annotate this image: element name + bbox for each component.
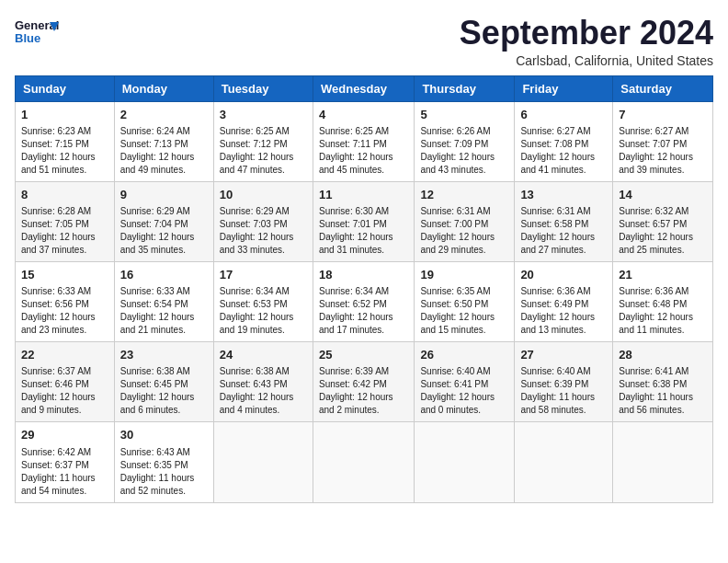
calendar-cell: 16Sunrise: 6:33 AMSunset: 6:54 PMDayligh… xyxy=(114,261,213,341)
day-info-line: Sunrise: 6:25 AM xyxy=(319,125,408,138)
day-info-line: Sunset: 7:09 PM xyxy=(420,138,508,151)
day-info-line: Sunrise: 6:29 AM xyxy=(220,205,307,218)
calendar-cell: 8Sunrise: 6:28 AMSunset: 7:05 PMDaylight… xyxy=(16,181,115,261)
day-number: 30 xyxy=(120,427,208,443)
page-header: General Blue September 2024 Carlsbad, Ca… xyxy=(15,15,713,68)
day-info-line: Daylight: 11 hours xyxy=(120,472,208,485)
day-info-line: Sunset: 6:38 PM xyxy=(619,378,707,391)
calendar-cell: 30Sunrise: 6:43 AMSunset: 6:35 PMDayligh… xyxy=(114,422,213,502)
day-info-line: Daylight: 12 hours xyxy=(120,231,208,244)
calendar-cell xyxy=(415,422,515,502)
day-info-line: and 37 minutes. xyxy=(21,244,108,257)
day-info-line: and 17 minutes. xyxy=(319,324,408,337)
calendar-week-row: 8Sunrise: 6:28 AMSunset: 7:05 PMDaylight… xyxy=(16,181,713,261)
day-number: 19 xyxy=(420,267,508,283)
day-info-line: Daylight: 12 hours xyxy=(319,391,408,404)
day-info-line: Sunset: 7:04 PM xyxy=(120,218,208,231)
day-info-line: Sunset: 6:58 PM xyxy=(520,218,607,231)
day-info-line: and 23 minutes. xyxy=(21,324,108,337)
calendar-cell xyxy=(613,422,713,502)
calendar-cell: 20Sunrise: 6:36 AMSunset: 6:49 PMDayligh… xyxy=(515,261,613,341)
day-number: 12 xyxy=(420,187,508,203)
day-info-line: and 2 minutes. xyxy=(319,404,408,417)
calendar-cell: 29Sunrise: 6:42 AMSunset: 6:37 PMDayligh… xyxy=(16,422,115,502)
day-number: 25 xyxy=(319,347,408,363)
calendar-week-row: 15Sunrise: 6:33 AMSunset: 6:56 PMDayligh… xyxy=(16,261,713,341)
logo-icon: General Blue xyxy=(15,15,59,48)
day-info-line: Sunrise: 6:36 AM xyxy=(619,285,707,298)
calendar-cell xyxy=(313,422,414,502)
day-info-line: Sunset: 6:39 PM xyxy=(520,378,607,391)
day-info-line: Sunrise: 6:32 AM xyxy=(619,205,707,218)
day-info-line: and 25 minutes. xyxy=(619,244,707,257)
calendar-cell: 23Sunrise: 6:38 AMSunset: 6:45 PMDayligh… xyxy=(114,342,213,422)
location: Carlsbad, California, United States xyxy=(460,53,713,68)
day-info-line: Daylight: 12 hours xyxy=(220,151,307,164)
calendar-cell: 6Sunrise: 6:27 AMSunset: 7:08 PMDaylight… xyxy=(515,101,613,181)
day-info-line: and 27 minutes. xyxy=(520,244,607,257)
day-info-line: and 39 minutes. xyxy=(619,164,707,177)
day-number: 2 xyxy=(120,107,208,123)
day-info-line: Sunrise: 6:31 AM xyxy=(520,205,607,218)
day-number: 1 xyxy=(21,107,108,123)
day-info-line: and 43 minutes. xyxy=(420,164,508,177)
day-info-line: and 19 minutes. xyxy=(220,324,307,337)
day-info-line: and 49 minutes. xyxy=(120,164,208,177)
calendar-cell: 18Sunrise: 6:34 AMSunset: 6:52 PMDayligh… xyxy=(313,261,414,341)
day-info-line: Sunset: 6:35 PM xyxy=(120,459,208,472)
day-info-line: and 56 minutes. xyxy=(619,404,707,417)
calendar-header-row: SundayMondayTuesdayWednesdayThursdayFrid… xyxy=(16,75,713,101)
day-info-line: Sunset: 6:50 PM xyxy=(420,298,508,311)
day-info-line: Sunrise: 6:29 AM xyxy=(120,205,208,218)
day-info-line: Sunrise: 6:35 AM xyxy=(420,285,508,298)
day-info-line: Sunrise: 6:38 AM xyxy=(220,365,307,378)
day-info-line: Sunset: 7:15 PM xyxy=(21,138,108,151)
logo: General Blue xyxy=(15,15,59,48)
day-number: 5 xyxy=(420,107,508,123)
calendar-cell: 14Sunrise: 6:32 AMSunset: 6:57 PMDayligh… xyxy=(613,181,713,261)
svg-text:Blue: Blue xyxy=(15,31,40,45)
day-info-line: Daylight: 12 hours xyxy=(220,391,307,404)
day-info-line: Daylight: 12 hours xyxy=(619,231,707,244)
day-info-line: Sunset: 7:07 PM xyxy=(619,138,707,151)
calendar-cell: 1Sunrise: 6:23 AMSunset: 7:15 PMDaylight… xyxy=(16,101,115,181)
day-info-line: Sunrise: 6:31 AM xyxy=(420,205,508,218)
day-info-line: Daylight: 12 hours xyxy=(120,151,208,164)
day-info-line: Daylight: 12 hours xyxy=(619,311,707,324)
day-info-line: Sunrise: 6:43 AM xyxy=(120,446,208,459)
day-number: 4 xyxy=(319,107,408,123)
day-info-line: Sunset: 6:42 PM xyxy=(319,378,408,391)
calendar-cell: 4Sunrise: 6:25 AMSunset: 7:11 PMDaylight… xyxy=(313,101,414,181)
day-info-line: Sunset: 7:00 PM xyxy=(420,218,508,231)
day-info-line: and 41 minutes. xyxy=(520,164,607,177)
day-info-line: Sunrise: 6:30 AM xyxy=(319,205,408,218)
column-header-friday: Friday xyxy=(515,75,613,101)
day-info-line: Sunset: 7:11 PM xyxy=(319,138,408,151)
day-info-line: Daylight: 12 hours xyxy=(21,391,108,404)
day-info-line: and 51 minutes. xyxy=(21,164,108,177)
day-info-line: Sunset: 7:08 PM xyxy=(520,138,607,151)
day-info-line: Sunset: 6:43 PM xyxy=(220,378,307,391)
day-number: 22 xyxy=(21,347,108,363)
day-number: 6 xyxy=(520,107,607,123)
day-info-line: Daylight: 12 hours xyxy=(420,151,508,164)
column-header-tuesday: Tuesday xyxy=(213,75,313,101)
calendar-cell: 22Sunrise: 6:37 AMSunset: 6:46 PMDayligh… xyxy=(16,342,115,422)
calendar-week-row: 22Sunrise: 6:37 AMSunset: 6:46 PMDayligh… xyxy=(16,342,713,422)
day-info-line: Daylight: 12 hours xyxy=(120,311,208,324)
calendar-table: SundayMondayTuesdayWednesdayThursdayFrid… xyxy=(15,75,713,503)
day-info-line: Sunset: 6:52 PM xyxy=(319,298,408,311)
day-info-line: Daylight: 12 hours xyxy=(21,311,108,324)
calendar-cell: 21Sunrise: 6:36 AMSunset: 6:48 PMDayligh… xyxy=(613,261,713,341)
day-number: 8 xyxy=(21,187,108,203)
day-number: 24 xyxy=(220,347,307,363)
day-info-line: Sunrise: 6:28 AM xyxy=(21,205,108,218)
day-info-line: Sunset: 6:53 PM xyxy=(220,298,307,311)
calendar-cell: 10Sunrise: 6:29 AMSunset: 7:03 PMDayligh… xyxy=(213,181,313,261)
day-number: 10 xyxy=(220,187,307,203)
day-info-line: and 33 minutes. xyxy=(220,244,307,257)
day-info-line: Sunrise: 6:34 AM xyxy=(319,285,408,298)
calendar-cell: 15Sunrise: 6:33 AMSunset: 6:56 PMDayligh… xyxy=(16,261,115,341)
calendar-cell: 7Sunrise: 6:27 AMSunset: 7:07 PMDaylight… xyxy=(613,101,713,181)
day-info-line: Sunset: 6:37 PM xyxy=(21,459,108,472)
